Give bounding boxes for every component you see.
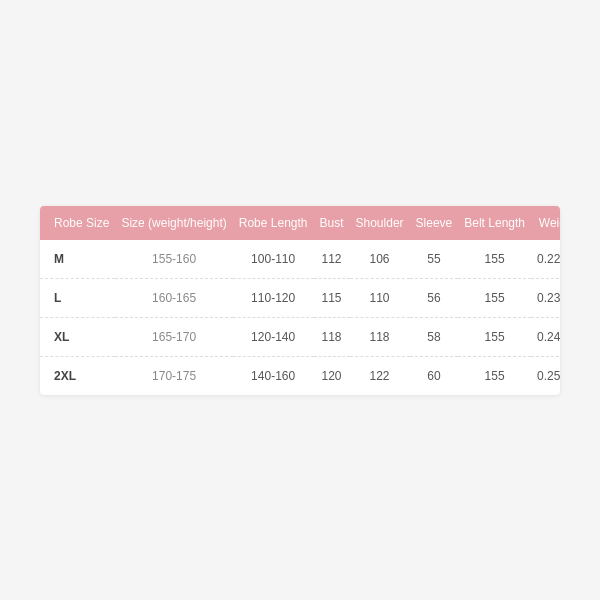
cell-row3-col0: 2XL: [40, 356, 115, 395]
cell-row2-col2: 120-140: [233, 317, 314, 356]
col-header-weight: Weight: [531, 206, 560, 240]
col-header-sleeve: Sleeve: [410, 206, 459, 240]
cell-row3-col4: 122: [350, 356, 410, 395]
cell-row1-col7: 0.23KG: [531, 278, 560, 317]
col-header-shoulder: Shoulder: [350, 206, 410, 240]
cell-row1-col2: 110-120: [233, 278, 314, 317]
cell-row3-col7: 0.25KG: [531, 356, 560, 395]
cell-row1-col1: 160-165: [115, 278, 232, 317]
cell-row1-col5: 56: [410, 278, 459, 317]
table-row: 2XL170-175140-160120122601550.25KG: [40, 356, 560, 395]
cell-row3-col6: 155: [458, 356, 531, 395]
table-header-row: Robe Size Size (weight/height) Robe Leng…: [40, 206, 560, 240]
col-header-robe-length: Robe Length: [233, 206, 314, 240]
cell-row0-col6: 155: [458, 240, 531, 279]
cell-row1-col4: 110: [350, 278, 410, 317]
cell-row2-col6: 155: [458, 317, 531, 356]
cell-row0-col5: 55: [410, 240, 459, 279]
cell-row2-col4: 118: [350, 317, 410, 356]
cell-row2-col7: 0.24KG: [531, 317, 560, 356]
cell-row2-col5: 58: [410, 317, 459, 356]
col-header-robe-size: Robe Size: [40, 206, 115, 240]
cell-row0-col3: 112: [314, 240, 350, 279]
table-row: XL165-170120-140118118581550.24KG: [40, 317, 560, 356]
cell-row2-col1: 165-170: [115, 317, 232, 356]
size-chart-container: Robe Size Size (weight/height) Robe Leng…: [40, 206, 560, 395]
table-row: L160-165110-120115110561550.23KG: [40, 278, 560, 317]
cell-row0-col7: 0.22KG: [531, 240, 560, 279]
cell-row2-col3: 118: [314, 317, 350, 356]
cell-row1-col0: L: [40, 278, 115, 317]
cell-row3-col1: 170-175: [115, 356, 232, 395]
col-header-size-wh: Size (weight/height): [115, 206, 232, 240]
cell-row0-col0: M: [40, 240, 115, 279]
cell-row3-col3: 120: [314, 356, 350, 395]
col-header-belt-length: Belt Length: [458, 206, 531, 240]
cell-row3-col2: 140-160: [233, 356, 314, 395]
cell-row1-col3: 115: [314, 278, 350, 317]
cell-row0-col2: 100-110: [233, 240, 314, 279]
cell-row1-col6: 155: [458, 278, 531, 317]
cell-row0-col1: 155-160: [115, 240, 232, 279]
size-chart-table: Robe Size Size (weight/height) Robe Leng…: [40, 206, 560, 395]
col-header-bust: Bust: [314, 206, 350, 240]
table-row: M155-160100-110112106551550.22KG: [40, 240, 560, 279]
cell-row2-col0: XL: [40, 317, 115, 356]
cell-row3-col5: 60: [410, 356, 459, 395]
cell-row0-col4: 106: [350, 240, 410, 279]
